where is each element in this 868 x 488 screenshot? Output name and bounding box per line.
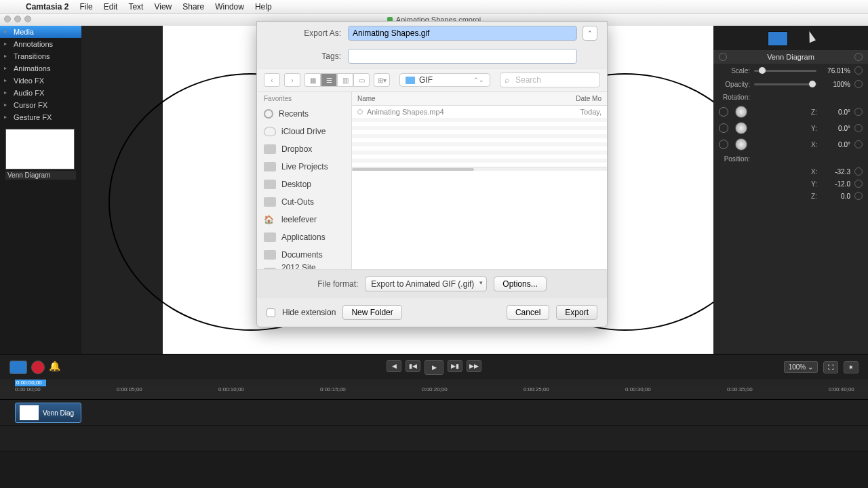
- timeline-track[interactable]: Venn Diag: [0, 400, 868, 426]
- horizontal-scrollbar[interactable]: [352, 167, 607, 171]
- left-panel: Media Annotations Transitions Animations…: [0, 26, 81, 354]
- export-as-input[interactable]: [348, 26, 577, 41]
- collapse-icon[interactable]: [719, 53, 727, 61]
- canvas-settings-button[interactable]: ✷: [844, 361, 859, 373]
- fav-desktop[interactable]: Desktop: [257, 176, 351, 193]
- rotation-y-value[interactable]: 0.0°: [823, 125, 850, 132]
- notifications-icon[interactable]: 🔔: [49, 361, 66, 374]
- menu-window[interactable]: Window: [210, 2, 250, 12]
- scale-reset-icon[interactable]: [854, 66, 863, 75]
- menu-edit[interactable]: Edit: [98, 2, 123, 12]
- nav-forward-button[interactable]: ›: [284, 73, 300, 87]
- fav-dropbox[interactable]: Dropbox: [257, 140, 351, 158]
- disclosure-button[interactable]: ⌃: [583, 26, 597, 41]
- folder-dropdown[interactable]: GIF ⌃⌄: [399, 73, 490, 87]
- position-x-value[interactable]: -32.3: [823, 168, 850, 176]
- mode-cursor-icon[interactable]: [805, 30, 816, 43]
- tab-media[interactable]: Media: [0, 26, 81, 38]
- fav-applications[interactable]: Applications: [257, 228, 351, 246]
- rotation-z-value[interactable]: 0.0°: [823, 108, 850, 116]
- rot-z-reset-icon[interactable]: [854, 108, 863, 116]
- rot-y-reset-icon[interactable]: [854, 124, 863, 132]
- opacity-slider[interactable]: [754, 83, 816, 85]
- mode-visual-icon[interactable]: [768, 31, 788, 46]
- column-name[interactable]: Name: [352, 92, 570, 105]
- app-name[interactable]: Camtasia 2: [20, 2, 74, 12]
- cancel-button[interactable]: Cancel: [507, 305, 549, 320]
- opacity-reset-icon[interactable]: [854, 80, 863, 88]
- rotation-x-value[interactable]: 0.0°: [823, 141, 850, 148]
- view-gallery-button[interactable]: ▭: [353, 73, 370, 87]
- fav-documents[interactable]: Documents: [257, 246, 351, 264]
- scale-slider[interactable]: [754, 70, 816, 72]
- step-forward-button[interactable]: ▶▮: [448, 360, 462, 372]
- group-button[interactable]: ⊞▾: [374, 73, 390, 87]
- column-date[interactable]: Date Mo: [570, 92, 607, 105]
- tags-input[interactable]: [348, 49, 577, 64]
- tab-video-fx[interactable]: Video FX: [0, 75, 81, 87]
- rotate-y-knob[interactable]: [735, 122, 747, 134]
- position-z-value[interactable]: 0.0: [823, 192, 850, 200]
- rotation-label: Rotation:: [719, 94, 750, 101]
- nav-back-button[interactable]: ‹: [264, 73, 280, 87]
- rotate-x-knob[interactable]: [735, 138, 747, 150]
- prev-frame-button[interactable]: ◀: [387, 360, 401, 372]
- gear-icon[interactable]: [854, 53, 863, 61]
- search-input[interactable]: Search: [500, 73, 600, 87]
- tab-cursor-fx[interactable]: Cursor FX: [0, 99, 81, 111]
- record-button[interactable]: [31, 361, 45, 374]
- rotate-z-icon[interactable]: [719, 107, 728, 117]
- tool-tabs: Media Annotations Transitions Animations…: [0, 26, 81, 123]
- play-button[interactable]: ▶: [425, 360, 443, 375]
- fav-site-updates[interactable]: 2012 Site Updates...: [257, 264, 351, 269]
- properties-title: Venn Diagram: [767, 53, 814, 61]
- menu-help[interactable]: Help: [250, 2, 277, 12]
- rotate-z-knob[interactable]: [735, 106, 747, 118]
- tab-annotations[interactable]: Annotations: [0, 38, 81, 50]
- fav-recents[interactable]: Recents: [257, 105, 351, 123]
- scale-value[interactable]: 76.01%: [821, 67, 850, 75]
- menu-view[interactable]: View: [149, 2, 177, 12]
- media-thumbnail[interactable]: [5, 129, 75, 169]
- menu-share[interactable]: Share: [177, 2, 210, 12]
- crop-button[interactable]: ⛶: [823, 361, 838, 373]
- file-row[interactable]: Animating Shapes.mp4 Today,: [352, 106, 607, 118]
- timeline-clip[interactable]: Venn Diag: [15, 403, 81, 423]
- fav-icloud[interactable]: iCloud Drive: [257, 123, 351, 140]
- pos-z-reset-icon[interactable]: [854, 192, 863, 200]
- next-frame-button[interactable]: ▶▶: [467, 360, 481, 372]
- timeline-ruler[interactable]: 0:00:00;00 0:00:05;00 0:00:10;00 0:00:15…: [0, 386, 868, 400]
- properties-title-bar: Venn Diagram: [713, 50, 868, 64]
- menu-file[interactable]: File: [74, 2, 98, 12]
- tab-animations[interactable]: Animations: [0, 62, 81, 75]
- fav-home[interactable]: 🏠leelefever: [257, 211, 351, 228]
- rot-x-reset-icon[interactable]: [854, 140, 863, 148]
- fav-live-projects[interactable]: Live Projects: [257, 158, 351, 176]
- tab-transitions[interactable]: Transitions: [0, 50, 81, 62]
- hide-extension-checkbox[interactable]: [267, 308, 275, 317]
- fav-cutouts[interactable]: Cut-Outs: [257, 193, 351, 211]
- step-back-button[interactable]: ▮◀: [406, 360, 420, 372]
- export-button[interactable]: Export: [556, 305, 597, 320]
- view-columns-button[interactable]: ▥: [337, 73, 353, 87]
- view-icons-button[interactable]: ▦: [304, 73, 321, 87]
- tab-gesture-fx[interactable]: Gesture FX: [0, 111, 81, 123]
- traffic-lights[interactable]: [4, 16, 31, 22]
- timeline-track-empty[interactable]: [0, 426, 868, 451]
- view-list-button[interactable]: ☰: [321, 73, 337, 87]
- pos-y-reset-icon[interactable]: [854, 180, 863, 188]
- rotate-y-icon[interactable]: [719, 123, 728, 133]
- rotate-x-icon[interactable]: [719, 140, 728, 149]
- canvas-zoom-field[interactable]: 100% ⌄: [784, 361, 818, 373]
- opacity-value[interactable]: 100%: [821, 81, 850, 88]
- add-media-button[interactable]: [9, 361, 27, 374]
- menu-text[interactable]: Text: [123, 2, 149, 12]
- playhead[interactable]: 0:00:00;00: [15, 380, 46, 386]
- new-folder-button[interactable]: New Folder: [342, 305, 401, 320]
- axis-z-label: Z:: [811, 108, 819, 116]
- pos-x-reset-icon[interactable]: [854, 167, 863, 176]
- position-y-value[interactable]: -12.0: [823, 180, 850, 188]
- file-format-select[interactable]: Export to Animated GIF (.gif): [365, 277, 487, 291]
- tab-audio-fx[interactable]: Audio FX: [0, 87, 81, 99]
- options-button[interactable]: Options...: [494, 277, 546, 291]
